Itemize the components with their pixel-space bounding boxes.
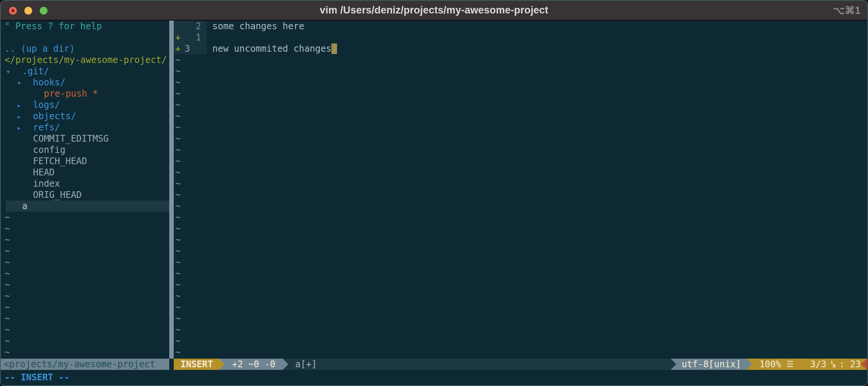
buffer-line[interactable]: +3new uncommited changes [174,43,867,54]
empty-line-tilde: ~ [174,268,867,279]
vertical-split-divider[interactable] [169,21,174,359]
end-arrow-icon [861,359,867,370]
tree-item-commit_editmsg[interactable]: COMMIT_EDITMSG [1,133,169,144]
powerline-separator [219,359,225,370]
chevron-down-icon[interactable]: ▾ [6,66,22,77]
buffer-text[interactable]: some changes here [207,21,304,32]
tree-item-objects[interactable]: ▸objects/ [1,111,169,122]
editor-statusline: INSERT +2 ~0 -0 a[+] utf-8[unix] 100% ☰ … [174,359,867,370]
tree-item-pre-push[interactable]: pre-push * [1,88,169,99]
empty-line-tilde: ~ [1,279,169,290]
chevron-right-icon[interactable]: ▸ [17,100,33,111]
empty-line-tilde: ~ [174,290,867,302]
titlebar[interactable]: vim /Users/deniz/projects/my-awesome-pro… [1,1,867,21]
tree-item-hooks[interactable]: ▾hooks/ [1,77,169,88]
tab-shortcut-hint: ⌥⌘1 [833,1,861,20]
tree-blank-line [1,32,169,43]
line-gutter: 2 [174,21,207,32]
empty-line-tilde: ~ [174,111,867,122]
empty-line-tilde: ~ [174,99,867,111]
insert-cursor [331,43,337,54]
powerline-separator [746,359,752,370]
tree-root-path[interactable]: </projects/my-awesome-project/ [1,54,169,66]
empty-line-tilde: ~ [1,223,169,234]
empty-line-tilde: ~ [174,223,867,234]
git-added-sign [174,21,185,32]
buffer-line[interactable]: +1 [174,32,867,43]
empty-line-tilde: ~ [1,302,169,313]
tree-item-a[interactable]: a [1,200,169,212]
nerdtree-statusline: <projects/my-awesome-project [1,359,169,370]
empty-line-tilde: ~ [1,347,169,358]
line-position: 3/3 [810,359,826,370]
line-number: 1 [185,32,201,43]
powerline-separator [283,359,288,370]
empty-line-tilde: ~ [1,313,169,324]
diff-stats: +2 ~0 -0 [225,359,283,370]
nerdtree-pane: " Press ? for help.. (up a dir)</project… [1,21,169,359]
column-number: : 23 [839,359,861,370]
empty-line-tilde: ~ [1,324,169,335]
empty-line-tilde: ~ [174,302,867,313]
buffer-line[interactable]: 2some changes here [174,21,867,32]
empty-line-tilde: ~ [1,335,169,347]
line-number: 3 [185,43,201,54]
empty-line-tilde: ~ [174,200,867,212]
empty-line-tilde: ~ [1,257,169,268]
filename-modified: a[+] [288,359,317,370]
editor-pane: 2some changes here+1+3new uncommited cha… [174,21,867,359]
empty-line-tilde: ~ [174,88,867,99]
line-gutter: +3 [174,43,207,54]
chevron-right-icon[interactable]: ▸ [17,111,33,122]
buffer-text[interactable] [207,32,212,43]
tree-item-refs[interactable]: ▸refs/ [1,122,169,133]
empty-line-tilde: ~ [174,66,867,77]
encoding-indicator: utf-8[unix] [676,359,746,370]
empty-line-tilde: ~ [1,212,169,223]
empty-line-tilde: ~ [174,122,867,133]
git-added-sign: + [174,43,185,54]
statusline-row: <projects/my-awesome-project INSERT +2 ~… [1,359,867,370]
buffer-text[interactable]: new uncommited changes [207,43,337,54]
mode-indicator: INSERT [174,359,219,370]
tree-item-.git[interactable]: ▾.git/ [1,66,169,77]
empty-line-tilde: ~ [174,279,867,290]
scroll-progress: 100% [759,359,781,370]
chevron-down-icon[interactable]: ▾ [17,77,33,88]
git-added-sign: + [174,32,185,43]
tree-item-fetch_head[interactable]: FETCH_HEAD [1,156,169,167]
tree-up-dir[interactable]: .. (up a dir) [1,43,169,54]
empty-line-tilde: ~ [174,133,867,144]
empty-line-tilde: ~ [174,54,867,66]
window-title: vim /Users/deniz/projects/my-awesome-pro… [1,1,867,20]
empty-line-tilde: ~ [1,245,169,257]
empty-line-tilde: ~ [174,234,867,245]
empty-line-tilde: ~ [174,212,867,223]
tree-item-logs[interactable]: ▸logs/ [1,99,169,111]
line-number: 2 [185,21,201,32]
tree-item-config[interactable]: config [1,144,169,156]
line-number-icon: LN [831,361,835,368]
empty-line-tilde: ~ [174,178,867,189]
position-segment: 100% ☰ 3/3 LN : 23 [752,359,867,370]
powerline-separator [671,359,676,370]
empty-line-tilde: ~ [1,290,169,302]
command-line[interactable]: -- INSERT -- [1,370,867,385]
tree-item-head[interactable]: HEAD [1,167,169,178]
tree-item-index[interactable]: index [1,178,169,189]
empty-line-tilde: ~ [174,324,867,335]
empty-line-tilde: ~ [174,347,867,358]
empty-line-tilde: ~ [1,268,169,279]
empty-line-tilde: ~ [174,156,867,167]
terminal-content: " Press ? for help.. (up a dir)</project… [1,21,867,385]
statusline-gap [169,359,174,370]
empty-line-tilde: ~ [174,144,867,156]
chevron-right-icon[interactable]: ▸ [17,122,33,133]
terminal-window: vim /Users/deniz/projects/my-awesome-pro… [0,0,868,386]
tree-item-orig_head[interactable]: ORIG_HEAD [1,189,169,200]
empty-line-tilde: ~ [174,313,867,324]
tree-help-line: " Press ? for help [1,21,169,32]
line-gutter: +1 [174,32,207,43]
empty-line-tilde: ~ [174,245,867,257]
empty-line-tilde: ~ [174,167,867,178]
